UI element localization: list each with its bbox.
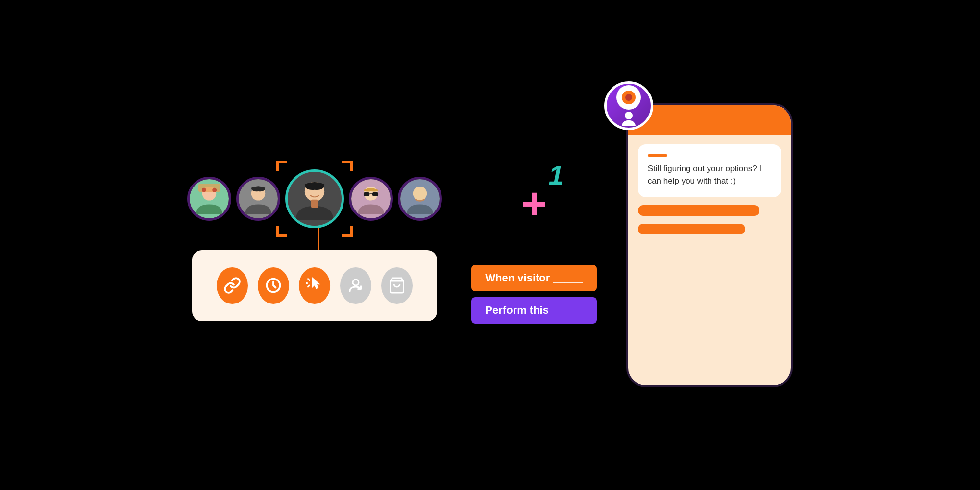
link-icon xyxy=(223,277,241,294)
svg-rect-9 xyxy=(311,199,318,208)
svg-rect-2 xyxy=(198,183,220,192)
middle-section: 1 + When visitor _____ Perform this xyxy=(471,167,596,324)
avatar-2[interactable] xyxy=(236,177,280,221)
svg-line-18 xyxy=(308,279,310,280)
svg-point-4 xyxy=(213,187,217,192)
bot-eye xyxy=(616,85,641,110)
chat-action-bar-2[interactable] xyxy=(638,224,745,234)
user-refresh-button[interactable] xyxy=(340,267,371,304)
action-panel xyxy=(192,250,437,321)
perform-this-label: Perform this xyxy=(471,297,596,324)
chat-bubble-line xyxy=(648,154,667,157)
svg-rect-12 xyxy=(364,192,369,196)
bot-avatar xyxy=(604,81,653,130)
connector-line xyxy=(318,226,319,250)
bot-pupil-inner xyxy=(625,94,632,101)
svg-rect-13 xyxy=(372,192,378,196)
plus-sign: + xyxy=(521,182,547,226)
click-button[interactable] xyxy=(299,267,330,304)
avatar-1[interactable] xyxy=(187,177,231,221)
bot-human-head xyxy=(625,112,633,119)
right-section: Still figuring out your options? I can h… xyxy=(626,103,793,387)
click-icon xyxy=(306,277,323,294)
clock-button[interactable] xyxy=(258,267,289,304)
svg-point-21 xyxy=(353,280,359,285)
svg-point-3 xyxy=(202,187,206,192)
when-visitor-label: When visitor _____ xyxy=(471,265,596,291)
number-one: 1 xyxy=(548,162,564,189)
avatars-row xyxy=(187,169,442,228)
phone-body: Still figuring out your options? I can h… xyxy=(628,135,791,244)
chat-action-bar-1[interactable] xyxy=(638,205,760,216)
svg-point-16 xyxy=(413,187,427,200)
phone-mockup: Still figuring out your options? I can h… xyxy=(626,103,793,387)
clock-icon xyxy=(265,277,282,294)
avatar-4[interactable] xyxy=(349,177,393,221)
svg-line-19 xyxy=(308,285,310,287)
link-button[interactable] xyxy=(217,267,248,304)
avatar-3-selected[interactable] xyxy=(285,169,344,228)
trigger-labels: When visitor _____ Perform this xyxy=(471,265,596,324)
chat-bubble: Still figuring out your options? I can h… xyxy=(638,144,781,197)
chat-text: Still figuring out your options? I can h… xyxy=(648,163,771,187)
user-refresh-icon xyxy=(347,277,365,294)
left-section xyxy=(187,169,442,321)
main-scene: 1 + When visitor _____ Perform this xyxy=(147,62,833,429)
bot-human-body xyxy=(622,120,636,126)
cart-button[interactable] xyxy=(381,267,413,304)
bot-pupil xyxy=(622,91,636,104)
cart-icon xyxy=(388,277,406,294)
avatar-5[interactable] xyxy=(398,177,442,221)
